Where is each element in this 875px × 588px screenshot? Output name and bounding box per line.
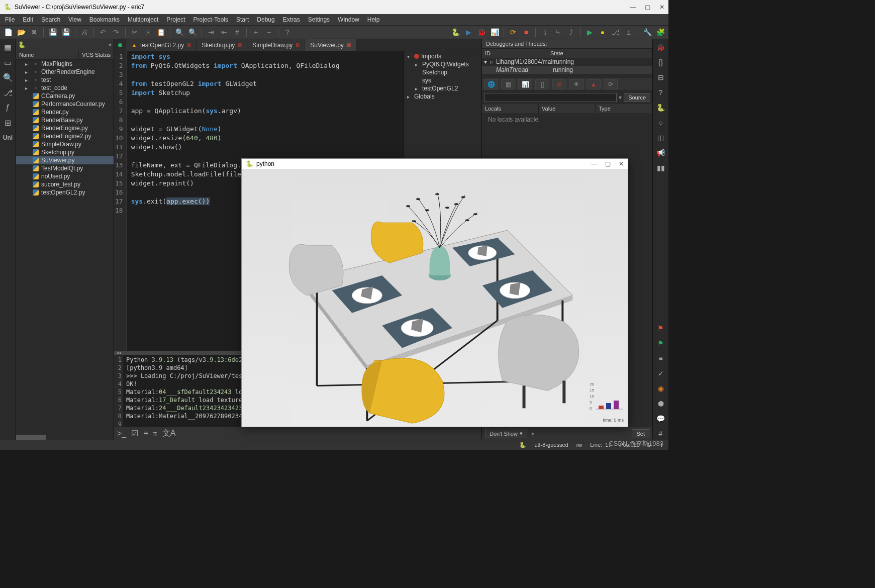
menu-settings[interactable]: Settings [305, 15, 333, 24]
redo-icon[interactable]: ↷ [110, 27, 122, 38]
menu-edit[interactable]: Edit [20, 15, 36, 24]
new-file-icon[interactable]: 📄 [2, 27, 14, 38]
tree-item[interactable]: SimpleDraw.py [16, 140, 114, 148]
grid-icon[interactable]: ▦ [2, 41, 14, 53]
tree-item[interactable]: sucore_test.py [16, 180, 114, 188]
menu-search[interactable]: Search [38, 15, 63, 24]
undo-icon[interactable]: ↶ [97, 27, 109, 38]
paste-icon[interactable]: 📋 [155, 27, 167, 38]
filter-icon[interactable]: ▦ [501, 79, 515, 89]
tab-sketchup[interactable]: Sketchup.py ⊠ [197, 39, 247, 51]
tree-item[interactable]: CCamera.py [16, 92, 114, 100]
vars-col-locals[interactable]: Locals [482, 104, 539, 113]
profile-icon[interactable]: 📊 [489, 27, 501, 38]
dropdown-icon[interactable]: ▾ [619, 94, 622, 101]
project-tree[interactable]: ▸▫MaxPlugins▸▫OtherRenderEngine▸▫test▸▫t… [16, 60, 114, 435]
run-script-icon[interactable]: ▶ [462, 27, 474, 38]
unicode-icon[interactable]: Uni [2, 132, 14, 144]
code-structure-icon[interactable]: {} [655, 56, 667, 68]
tab-simpledraw[interactable]: SimpleDraw.py ⊠ [247, 39, 305, 51]
tree-item[interactable]: Render.py [16, 108, 114, 116]
menu-start[interactable]: Start [233, 15, 252, 24]
popup-maximize-button[interactable]: ▢ [605, 160, 611, 167]
open-file-icon[interactable]: 📂 [15, 27, 27, 38]
lines-icon[interactable]: ≡ [143, 429, 148, 438]
tab-close-icon[interactable]: ⊠ [238, 42, 242, 48]
checklist-icon[interactable]: ☑ [131, 429, 138, 438]
minimize-button[interactable]: — [630, 4, 636, 11]
menu-project-tools[interactable]: Project-Tools [190, 15, 231, 24]
flag-green-icon[interactable]: ⚑ [655, 337, 667, 349]
menu-project[interactable]: Project [163, 15, 188, 24]
pi-icon[interactable]: π [153, 429, 157, 438]
log-icon[interactable]: ≡ [655, 352, 667, 364]
outline-item[interactable]: ▸PyQt6.QtWidgets [405, 60, 480, 68]
outline-globals[interactable]: ▸ Globals [405, 92, 480, 101]
tree-item[interactable]: ▸▫test [16, 76, 114, 84]
symbol-icon[interactable]: ƒ [2, 102, 14, 114]
outdent-icon[interactable]: ⇤ [218, 27, 230, 38]
close-file-icon[interactable]: ✖ [28, 27, 40, 38]
menu-debug[interactable]: Debug [254, 15, 277, 24]
vcs-icon[interactable]: ⎇ [610, 27, 622, 38]
project-col-name[interactable]: Name [16, 50, 79, 59]
popup-minimize-button[interactable]: — [591, 160, 597, 167]
zoom-out-icon[interactable]: − [263, 27, 275, 38]
no-icon[interactable]: ⊘ [552, 79, 566, 89]
project-col-vcs[interactable]: VCS Status [79, 50, 114, 59]
save-icon[interactable]: 💾 [47, 27, 59, 38]
outline-item[interactable]: ▸testOpenGL2 [405, 84, 480, 92]
tree-item[interactable]: ▸▫OtherRenderEngine [16, 68, 114, 76]
set-button[interactable]: Set [632, 429, 649, 438]
maximize-button[interactable]: ▢ [645, 4, 650, 11]
cut-icon[interactable]: ✂ [129, 27, 141, 38]
graph-icon[interactable]: ⊟ [655, 71, 667, 83]
scrollbar-thumb[interactable] [16, 435, 46, 440]
chart-icon[interactable]: 📊 [518, 79, 532, 89]
save-all-icon[interactable]: 💾 [60, 27, 72, 38]
project-icon[interactable]: ▭ [2, 56, 14, 68]
python-render-window[interactable]: 🐍 python — ▢ ✕ [241, 158, 628, 427]
tree-item[interactable]: SuViewer.py [16, 156, 114, 164]
tree-item[interactable]: TestModelQt.py [16, 164, 114, 172]
translate-icon[interactable]: 文A [162, 428, 176, 439]
vars-col-value[interactable]: Value [539, 104, 596, 113]
debug-col-id[interactable]: ID [482, 49, 547, 58]
bug-icon[interactable]: 🐞 [655, 41, 667, 53]
circle-icon[interactable]: ○ [655, 117, 667, 129]
search-icon[interactable]: 🔍 [173, 27, 185, 38]
tree-item[interactable]: RenderEngine2.py [16, 132, 114, 140]
outline-item[interactable]: sys [405, 76, 480, 84]
chevron-icon[interactable]: ▾ [531, 430, 534, 437]
array-icon[interactable]: [] [535, 79, 549, 89]
tasks-icon[interactable]: ◫ [655, 132, 667, 144]
plugin-icon[interactable]: 🧩 [654, 27, 666, 38]
search-panel-icon[interactable]: 🔍 [2, 71, 14, 83]
python-shell-icon[interactable]: 🐍 [655, 102, 667, 114]
indent-icon[interactable]: ⇥ [205, 27, 217, 38]
menu-window[interactable]: Window [335, 15, 362, 24]
tools-icon[interactable]: 🔧 [641, 27, 653, 38]
breakpoint-toggle-icon[interactable]: ● [597, 27, 609, 38]
restart-icon[interactable]: ⟳ [507, 27, 519, 38]
diff-icon[interactable]: ± [623, 27, 635, 38]
close-button[interactable]: ✕ [659, 4, 664, 11]
vcs-panel-icon[interactable]: ⎇ [2, 86, 14, 99]
debug-col-state[interactable]: State [547, 49, 652, 58]
tree-item[interactable]: noUsed.py [16, 172, 114, 180]
bars-icon[interactable]: ▮▮ [655, 162, 667, 174]
zoom-in-icon[interactable]: + [250, 27, 262, 38]
copy-icon[interactable]: ⎘ [142, 27, 154, 38]
tab-testopengl2[interactable]: ▲ testOpenGL2.py ⊠ [126, 39, 197, 51]
unittest-icon[interactable]: ✓ [655, 367, 667, 379]
comment-icon[interactable]: # [231, 27, 243, 38]
tab-suviewer[interactable]: SuViewer.py ⊠ [305, 39, 356, 51]
misc-icon[interactable]: ⬢ [655, 398, 667, 410]
flag-red-icon[interactable]: ⚑ [655, 322, 667, 334]
tree-item[interactable]: PerformanceCounter.py [16, 100, 114, 108]
run-icon[interactable]: 🐍 [449, 27, 461, 38]
tree-item[interactable]: testOpenGL2.py [16, 188, 114, 197]
step-into-icon[interactable]: ⤷ [552, 27, 564, 38]
print-icon[interactable]: 🖨 [78, 27, 90, 38]
step-over-icon[interactable]: ⤵ [539, 27, 551, 38]
